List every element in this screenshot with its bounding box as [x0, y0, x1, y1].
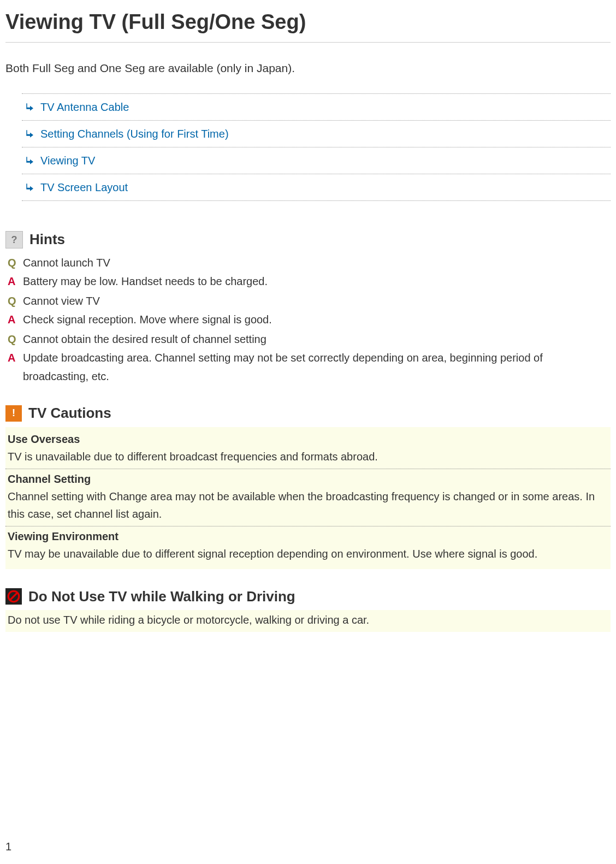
- arrow-down-right-icon: [25, 182, 35, 192]
- qa-answer: A Update broadcasting area. Channel sett…: [5, 348, 611, 386]
- q-label: Q: [5, 292, 23, 310]
- toc-link[interactable]: TV Screen Layout: [40, 179, 128, 196]
- question-text: Cannot obtain the desired result of chan…: [23, 330, 611, 348]
- caution-item: Viewing Environment TV may be unavailabl…: [5, 526, 611, 566]
- exclamation-icon: !: [5, 405, 22, 422]
- prohibit-icon: [5, 588, 22, 605]
- intro-text: Both Full Seg and One Seg are available …: [5, 59, 611, 78]
- question-icon: ?: [5, 231, 23, 248]
- qa-answer: A Check signal reception. Move where sig…: [5, 310, 611, 329]
- caution-item-title: Viewing Environment: [8, 528, 608, 545]
- answer-text: Update broadcasting area. Channel settin…: [23, 348, 611, 386]
- toc-item[interactable]: Setting Channels (Using for First Time): [22, 120, 611, 147]
- toc-link[interactable]: Setting Channels (Using for First Time): [40, 125, 229, 143]
- svg-line-1: [10, 593, 17, 600]
- prohibit-body: Do not use TV while riding a bicycle or …: [5, 610, 611, 632]
- caution-item-text: TV is unavailable due to different broad…: [8, 448, 608, 465]
- qa-answer: A Battery may be low. Handset needs to b…: [5, 272, 611, 291]
- cautions-heading: ! TV Cautions: [5, 402, 611, 425]
- qa-question: Q Cannot launch TV: [5, 253, 611, 272]
- qa-question: Q Cannot view TV: [5, 292, 611, 310]
- toc-link[interactable]: Viewing TV: [40, 152, 95, 169]
- toc-item[interactable]: Viewing TV: [22, 147, 611, 174]
- arrow-down-right-icon: [25, 102, 35, 112]
- toc-item[interactable]: TV Antenna Cable: [22, 93, 611, 120]
- caution-item: Channel Setting Channel setting with Cha…: [5, 469, 611, 526]
- qa-question: Q Cannot obtain the desired result of ch…: [5, 330, 611, 348]
- toc-link[interactable]: TV Antenna Cable: [40, 98, 129, 116]
- toc-item[interactable]: TV Screen Layout: [22, 174, 611, 201]
- caution-item: Use Overseas TV is unavailable due to di…: [5, 429, 611, 469]
- a-label: A: [5, 310, 23, 329]
- prohibit-title: Do Not Use TV while Walking or Driving: [28, 585, 295, 608]
- caution-item-text: TV may be unavailable due to different s…: [8, 545, 608, 563]
- question-text: Cannot launch TV: [23, 253, 611, 272]
- caution-item-text: Channel setting with Change area may not…: [8, 488, 608, 523]
- caution-item-title: Use Overseas: [8, 430, 608, 448]
- hints-title: Hints: [29, 228, 65, 251]
- answer-text: Check signal reception. Move where signa…: [23, 310, 611, 329]
- q-label: Q: [5, 253, 23, 272]
- page-title: Viewing TV (Full Seg/One Seg): [5, 5, 611, 43]
- cautions-title: TV Cautions: [28, 402, 111, 425]
- caution-item-title: Channel Setting: [8, 470, 608, 488]
- q-label: Q: [5, 330, 23, 348]
- a-label: A: [5, 348, 23, 367]
- hints-heading: ? Hints: [5, 228, 611, 251]
- arrow-down-right-icon: [25, 129, 35, 139]
- toc-list: TV Antenna Cable Setting Channels (Using…: [22, 93, 611, 201]
- arrow-down-right-icon: [25, 156, 35, 165]
- hints-body: Q Cannot launch TV A Battery may be low.…: [5, 253, 611, 386]
- prohibit-heading: Do Not Use TV while Walking or Driving: [5, 585, 611, 608]
- answer-text: Battery may be low. Handset needs to be …: [23, 272, 611, 291]
- cautions-body: Use Overseas TV is unavailable due to di…: [5, 427, 611, 569]
- question-text: Cannot view TV: [23, 292, 611, 310]
- a-label: A: [5, 272, 23, 291]
